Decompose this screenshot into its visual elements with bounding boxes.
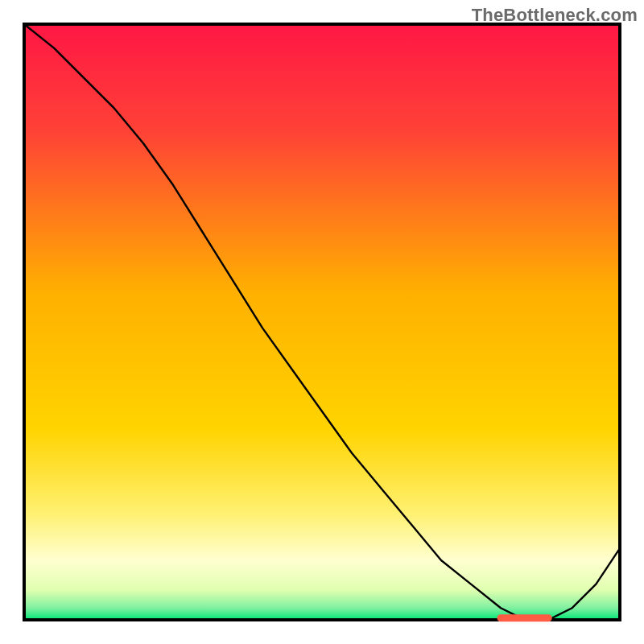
plot-background	[24, 24, 620, 620]
chart-canvas: TheBottleneck.com	[0, 0, 644, 644]
chart-svg	[0, 0, 644, 644]
watermark-label: TheBottleneck.com	[472, 5, 638, 26]
